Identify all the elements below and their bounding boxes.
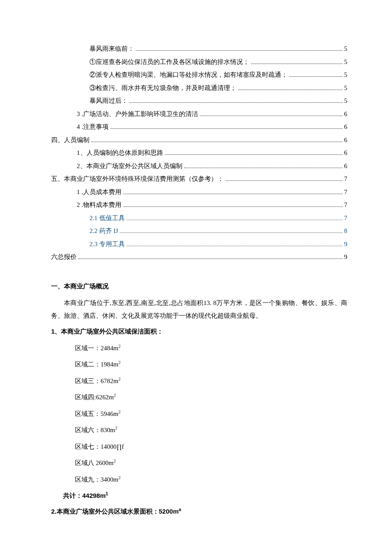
toc-label: 暴风雨来临前：: [89, 43, 134, 55]
area-sup: 2: [115, 426, 117, 430]
toc-page-number: 5: [344, 56, 348, 68]
toc-dots: [110, 128, 343, 129]
toc-page-number: 6: [344, 147, 348, 159]
toc-page-number: 7: [344, 199, 348, 211]
document-page: 暴风雨来临前：5①应巡查各岗位保洁员的工作及各区域设施的排水情况；5②派专人检查…: [0, 0, 392, 555]
area-text: 区域八 2600m: [75, 459, 113, 466]
toc-label: 2 .物料成本费用: [77, 199, 121, 211]
toc-label: 六总报价: [51, 251, 77, 263]
toc-dots: [225, 180, 343, 181]
toc-line: 2.1 低值工具7: [51, 212, 347, 224]
toc-line: ①应巡查各岗位保洁员的工作及各区域设施的排水情况；5: [51, 56, 347, 68]
toc-label: ②派专人检查明暗沟渠、地漏口等处排水情况，如有堵塞应及时疏通；: [89, 69, 288, 81]
area-sup: 2: [114, 393, 116, 398]
area-text: 区域四:6262m: [75, 394, 114, 401]
toc-page-number: 7: [344, 173, 348, 185]
toc-label: 2.3 专用工具: [89, 238, 125, 250]
toc-label: 3 .广场活动、户外施工影响环境卫生的清洁: [77, 108, 198, 120]
toc-dots: [165, 154, 343, 155]
area-text: 区域六：830m: [75, 427, 115, 433]
toc-page-number: 9: [344, 238, 348, 250]
toc-label: 4 .注意事项: [77, 121, 109, 133]
area-line: 区域四:6262m2: [51, 391, 347, 404]
section-heading-overview: 一、本商业广场概况: [51, 280, 347, 293]
toc-page-number: 6: [344, 134, 348, 146]
area-sup: 2: [118, 475, 121, 480]
area-line: 区域二：1984m2: [51, 358, 347, 371]
toc-dots: [184, 168, 343, 168]
toc-dots: [123, 194, 343, 194]
toc-line: ③检查污、雨水井有无垃圾杂物，并及时疏通清理；5: [51, 82, 347, 94]
toc-dots: [127, 246, 343, 246]
toc-dots: [123, 206, 343, 207]
toc-page-number: 5: [344, 69, 348, 81]
toc-dots: [127, 220, 343, 220]
area-text: 区域二：1984m: [75, 361, 118, 368]
toc-line: 1 .人员成本费用7: [51, 186, 347, 198]
toc-label: 暴风雨过后：: [89, 95, 128, 107]
area-line: 区域六：830m2: [51, 424, 347, 436]
water-area-sup: a: [179, 507, 181, 512]
toc-line: 暴风雨过后：5: [51, 95, 347, 107]
area-text: 区域三：6782m: [75, 378, 118, 384]
toc-page-number: 5: [344, 95, 348, 107]
toc-line: 六总报价9: [51, 251, 347, 263]
toc-dots: [120, 232, 342, 233]
toc-label: ①应巡查各岗位保洁员的工作及各区域设施的排水情况；: [89, 56, 249, 68]
toc-label: 1、人员编制的总体原则和思路: [77, 147, 163, 159]
subheading-cleaning-area: 1、本商业广场室外公共区域保洁面积：: [51, 325, 347, 338]
toc-page-number: 6: [344, 121, 348, 133]
toc-dots: [91, 142, 343, 142]
toc-page-number: 6: [344, 108, 348, 120]
toc-line: 2 .物料成本费用7: [51, 199, 347, 211]
total-line: 共计：44298m1: [51, 490, 347, 502]
toc-dots: [238, 90, 343, 90]
area-sup: 2: [113, 459, 115, 463]
toc-label: 2.1 低值工具: [89, 212, 125, 224]
toc-page-number: 5: [344, 82, 348, 94]
area-line: 区域九：3400m2: [51, 474, 347, 486]
area-line: 区域八 2600m2: [51, 457, 347, 469]
area-line: 区域七：14000∏f: [51, 441, 347, 453]
toc-label: 2、本商业广场室外公共区域人员编制: [77, 160, 182, 172]
water-area-text: 2.本商业广场室外公共区域水景面积：5200m: [51, 508, 179, 515]
overview-paragraph: 本商业广场位于,东至,西至,南至,北至,总占地面积13. 8万平方米，是区一个集…: [51, 296, 347, 322]
toc-dots: [251, 64, 343, 64]
toc-line: 2、本商业广场室外公共区域人员编制6: [51, 160, 347, 172]
toc-line: 五、本商业广场室外环境特殊环境保洁费用测第（仅参考）：7: [51, 173, 347, 185]
toc-dots: [200, 116, 343, 116]
toc-label: 四、人员编制: [51, 134, 89, 146]
subheading-water-area: 2.本商业广场室外公共区域水景面积：5200ma: [51, 506, 347, 518]
toc-page-number: 5: [344, 43, 348, 55]
toc-page-number: 9: [344, 251, 348, 263]
toc-line: 暴风雨来临前：5: [51, 43, 347, 55]
area-line: 区域三：6782m2: [51, 375, 347, 387]
area-sup: 2: [118, 410, 121, 414]
area-sup: 2: [118, 344, 121, 349]
area-list: 区域一：2484m2区域二：1984m2区域三：6782m2区域四:6262m2…: [51, 342, 347, 486]
toc-page-number: 7: [344, 212, 348, 224]
toc-section: 暴风雨来临前：5①应巡查各岗位保洁员的工作及各区域设施的排水情况；5②派专人检查…: [51, 43, 347, 263]
toc-dots: [130, 102, 343, 103]
area-text: 区域五：5946m: [75, 410, 118, 417]
area-sup: 2: [118, 360, 121, 365]
total-sup: 1: [106, 491, 108, 496]
area-text: 区域七：14000∏f: [75, 443, 124, 450]
toc-dots: [78, 259, 343, 259]
area-line: 区域一：2484m2: [51, 342, 347, 355]
toc-label: ③检查污、雨水井有无垃圾杂物，并及时疏通清理；: [89, 82, 236, 94]
area-line: 区域五：5946m2: [51, 408, 347, 420]
toc-line: 4 .注意事项6: [51, 121, 347, 133]
toc-line: 四、人员编制6: [51, 134, 347, 146]
toc-line: ②派专人检查明暗沟渠、地漏口等处排水情况，如有堵塞应及时疏通；5: [51, 69, 347, 81]
area-sup: 2: [118, 377, 121, 381]
toc-page-number: 6: [344, 160, 348, 172]
toc-page-number: 8: [344, 225, 348, 237]
toc-dots: [136, 50, 343, 51]
toc-label: 1 .人员成本费用: [77, 186, 121, 198]
toc-label: 五、本商业广场室外环境特殊环境保洁费用测第（仅参考）：: [51, 173, 224, 185]
total-label: 共计：44298m: [63, 492, 106, 499]
toc-page-number: 7: [344, 186, 348, 198]
area-text: 区域一：2484m: [75, 345, 118, 352]
toc-dots: [289, 76, 343, 77]
